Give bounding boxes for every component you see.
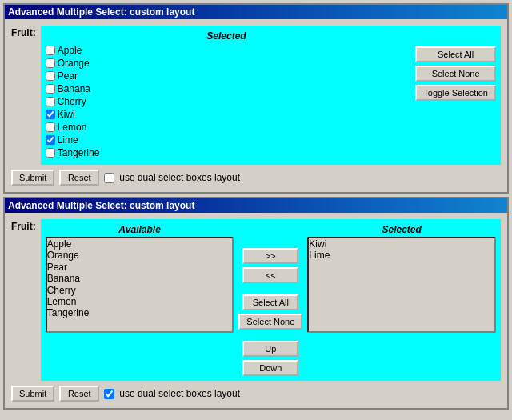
submit-button-1[interactable]: Submit	[11, 170, 54, 186]
fruit-selection-box-1: Selected AppleOrangePearBananaCherryKiwi…	[41, 26, 501, 165]
list-item[interactable]: Kiwi	[309, 238, 494, 250]
dual-layout-checkbox-1[interactable]	[104, 173, 114, 183]
dual-layout-label-2: use dual select boxes layout	[119, 388, 240, 399]
list-item: Apple	[46, 45, 408, 56]
list-item[interactable]: Orange	[47, 250, 233, 261]
select-all-button-1[interactable]: Select All	[415, 46, 496, 62]
fruit-checkbox[interactable]	[46, 122, 55, 132]
fruit-label-item: Kiwi	[58, 109, 75, 120]
list-item: Kiwi	[46, 109, 408, 120]
move-right-button[interactable]: >>	[242, 248, 298, 264]
fruit-label-item: Tangerine	[58, 147, 100, 158]
list-item[interactable]: Lemon	[47, 296, 233, 307]
list-item[interactable]: Cherry	[47, 285, 233, 296]
checkbox-list: Selected AppleOrangePearBananaCherryKiwi…	[46, 30, 408, 160]
list-item[interactable]: Pear	[47, 262, 233, 273]
action-buttons-1: Select All Select None Toggle Selection	[415, 30, 496, 160]
available-header: Available	[46, 224, 234, 235]
transfer-buttons: >> << Select All Select None Up Down	[238, 224, 302, 376]
fruit-checkbox[interactable]	[46, 97, 55, 106]
down-button[interactable]: Down	[242, 360, 298, 376]
window1: Advanced Multiple Select: custom layout …	[3, 3, 509, 194]
list-item[interactable]: Lime	[309, 250, 494, 261]
dual-layout-checkbox-2[interactable]	[104, 389, 114, 399]
selected-listbox[interactable]: KiwiLime	[307, 237, 496, 333]
fruit-checkbox[interactable]	[46, 84, 55, 94]
list-item: Tangerine	[46, 147, 408, 158]
list-item[interactable]: Tangerine	[47, 307, 233, 318]
list-item[interactable]: Apple	[47, 238, 233, 250]
footer-1: Submit Reset use dual select boxes layou…	[11, 170, 501, 186]
list-item: Cherry	[46, 96, 408, 107]
fruit-label-item: Lemon	[58, 122, 87, 133]
available-listbox[interactable]: AppleOrangePearBananaCherryLemonTangerin…	[46, 237, 234, 333]
fruit-label-item: Banana	[58, 83, 90, 94]
list-item: Lime	[46, 134, 408, 146]
toggle-button-1[interactable]: Toggle Selection	[415, 85, 496, 101]
fruit-label-item: Apple	[58, 45, 82, 56]
fruit-checkbox[interactable]	[46, 71, 55, 81]
move-left-button[interactable]: <<	[242, 267, 298, 283]
fruit-label-2: Fruit:	[11, 219, 36, 232]
fruit-label-item: Pear	[58, 70, 78, 82]
select-none-button-2[interactable]: Select None	[238, 314, 302, 330]
window2: Advanced Multiple Select: custom layout …	[3, 197, 509, 410]
window1-title: Advanced Multiple Select: custom layout	[5, 5, 507, 19]
fruit-checkbox[interactable]	[46, 110, 55, 119]
fruit-checkbox[interactable]	[46, 148, 55, 158]
select-none-button-1[interactable]: Select None	[415, 66, 496, 82]
reset-button-2[interactable]: Reset	[59, 386, 99, 402]
selected-header-2: Selected	[307, 224, 496, 235]
fruit-checkbox[interactable]	[46, 135, 55, 145]
up-button[interactable]: Up	[242, 341, 298, 357]
fruit-checkbox[interactable]	[46, 58, 55, 68]
fruit-checkbox[interactable]	[46, 46, 55, 55]
selected-header-1: Selected	[46, 30, 408, 42]
select-all-button-2[interactable]: Select All	[242, 294, 298, 310]
fruit-label-item: Orange	[58, 58, 90, 69]
window2-title: Advanced Multiple Select: custom layout	[5, 198, 507, 213]
fruit-label-item: Lime	[58, 134, 78, 146]
footer-2: Submit Reset use dual select boxes layou…	[11, 386, 501, 402]
list-item: Lemon	[46, 122, 408, 133]
dual-select-box: Available AppleOrangePearBananaCherryLem…	[41, 219, 501, 381]
fruit-label-1: Fruit:	[11, 26, 36, 38]
dual-layout-label-1: use dual select boxes layout	[119, 172, 240, 183]
selected-section: Selected KiwiLime	[307, 224, 496, 333]
list-item[interactable]: Banana	[47, 273, 233, 284]
available-section: Available AppleOrangePearBananaCherryLem…	[46, 224, 234, 333]
checkbox-items: AppleOrangePearBananaCherryKiwiLemonLime…	[46, 45, 408, 158]
reset-button-1[interactable]: Reset	[59, 170, 99, 186]
fruit-label-item: Cherry	[58, 96, 86, 107]
list-item: Orange	[46, 58, 408, 69]
list-item: Banana	[46, 83, 408, 94]
submit-button-2[interactable]: Submit	[11, 386, 54, 402]
list-item: Pear	[46, 70, 408, 82]
